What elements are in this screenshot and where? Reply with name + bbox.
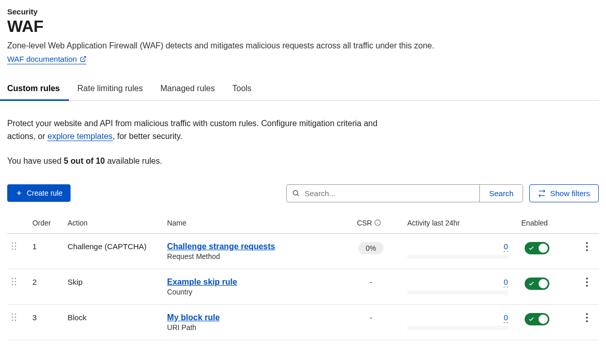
drag-handle[interactable]	[11, 243, 16, 252]
svg-point-19	[12, 281, 13, 282]
svg-line-0	[83, 57, 86, 60]
csr-dash: -	[370, 313, 372, 322]
csr-header-label: CSR	[357, 219, 372, 227]
svg-point-25	[586, 285, 588, 287]
table-row: 3 Block My block rule URI Path - 0	[7, 304, 599, 340]
svg-point-18	[15, 278, 16, 279]
rule-activity-value[interactable]: 0	[504, 278, 508, 287]
tab-managed-rules[interactable]: Managed rules	[160, 79, 215, 100]
show-filters-button[interactable]: Show filters	[529, 184, 599, 202]
rule-activity-value[interactable]: 0	[504, 242, 508, 252]
svg-point-32	[586, 313, 588, 315]
svg-point-24	[586, 281, 588, 283]
col-activity-header: Activity last 24hr	[403, 213, 521, 234]
rule-action: Block	[63, 304, 163, 340]
activity-sparkline	[407, 326, 508, 330]
tab-tools[interactable]: Tools	[232, 79, 251, 100]
csr-dash: -	[370, 278, 372, 286]
svg-point-26	[12, 313, 13, 315]
svg-point-13	[15, 248, 16, 250]
col-name-header: Name	[163, 213, 339, 234]
rules-table: Order Action Name CSR Activity last 24hr…	[7, 213, 599, 340]
svg-point-34	[586, 320, 588, 322]
rule-subtitle: Request Method	[167, 252, 335, 261]
enabled-toggle[interactable]	[525, 278, 549, 290]
create-rule-label: Create rule	[27, 189, 62, 197]
rule-action: Skip	[63, 269, 163, 304]
svg-point-20	[15, 281, 16, 282]
external-link-icon	[80, 56, 86, 62]
svg-point-33	[586, 317, 588, 319]
search-wrap: Search	[286, 184, 523, 202]
usage-text: You have used 5 out of 10 available rule…	[7, 157, 599, 166]
waf-documentation-link[interactable]: WAF documentation	[7, 55, 86, 64]
breadcrumb: Security	[7, 7, 599, 16]
enabled-toggle[interactable]	[525, 313, 549, 325]
svg-point-28	[12, 316, 13, 318]
rule-csr: 0%	[339, 233, 403, 269]
svg-point-17	[12, 278, 13, 279]
rule-order: 2	[28, 269, 63, 304]
check-icon	[528, 245, 534, 251]
activity-sparkline	[407, 255, 508, 259]
rule-activity-value[interactable]: 0	[504, 313, 508, 323]
kebab-icon	[586, 313, 588, 322]
svg-point-15	[586, 246, 588, 248]
svg-point-12	[12, 248, 13, 250]
kebab-icon	[586, 278, 588, 287]
search-icon	[292, 189, 300, 197]
row-menu-button[interactable]	[586, 315, 588, 324]
rule-csr: -	[339, 269, 403, 304]
rule-subtitle: Country	[167, 288, 335, 296]
drag-handle[interactable]	[11, 279, 16, 287]
col-order-header: Order	[28, 213, 63, 234]
filters-icon	[538, 189, 546, 197]
col-csr-header: CSR	[339, 213, 403, 234]
kebab-icon	[586, 242, 588, 251]
page-description: Zone-level Web Application Firewall (WAF…	[7, 41, 599, 50]
rule-subtitle: URI Path	[167, 323, 335, 332]
rule-order: 1	[28, 233, 63, 269]
row-menu-button[interactable]	[586, 244, 588, 253]
svg-point-8	[12, 242, 13, 244]
tabs: Custom rules Rate limiting rules Managed…	[7, 79, 599, 101]
tab-custom-rules[interactable]: Custom rules	[7, 79, 60, 100]
tab-rate-limiting-rules[interactable]: Rate limiting rules	[77, 79, 143, 100]
row-menu-button[interactable]	[586, 280, 588, 288]
usage-suffix: available rules.	[105, 157, 162, 165]
usage-count: 5 out of 10	[64, 157, 105, 165]
search-button[interactable]: Search	[479, 185, 523, 202]
rule-csr: -	[339, 304, 403, 340]
svg-point-9	[15, 242, 16, 244]
info-icon[interactable]	[374, 219, 381, 226]
drag-icon	[11, 313, 16, 321]
page-title: WAF	[7, 17, 599, 36]
col-action-header: Action	[63, 213, 163, 234]
check-icon	[528, 281, 534, 287]
rule-action: Challenge (CAPTCHA)	[63, 233, 163, 269]
rule-name-link[interactable]: My block rule	[167, 313, 220, 322]
drag-handle[interactable]	[11, 314, 16, 323]
svg-point-14	[586, 242, 588, 244]
rule-name-link[interactable]: Challenge strange requests	[167, 242, 275, 251]
csr-pill: 0%	[358, 242, 383, 254]
toolbar: Create rule Search Show filters	[7, 184, 599, 202]
drag-icon	[11, 278, 16, 286]
rule-order: 3	[28, 304, 63, 340]
svg-point-22	[15, 284, 16, 285]
rule-name-link[interactable]: Example skip rule	[167, 278, 237, 286]
usage-prefix: You have used	[7, 157, 64, 165]
explore-templates-link[interactable]: explore templates	[47, 132, 112, 141]
doc-link-label: WAF documentation	[7, 55, 77, 63]
search-input[interactable]	[287, 185, 479, 202]
drag-icon	[11, 242, 16, 250]
svg-point-10	[12, 245, 13, 247]
svg-point-11	[15, 245, 16, 247]
enabled-toggle[interactable]	[525, 242, 549, 254]
intro-suffix: , for better security.	[113, 132, 183, 141]
svg-line-4	[298, 195, 299, 196]
create-rule-button[interactable]: Create rule	[7, 184, 71, 202]
svg-point-3	[293, 190, 298, 195]
svg-point-23	[586, 278, 588, 280]
svg-point-16	[586, 249, 588, 251]
